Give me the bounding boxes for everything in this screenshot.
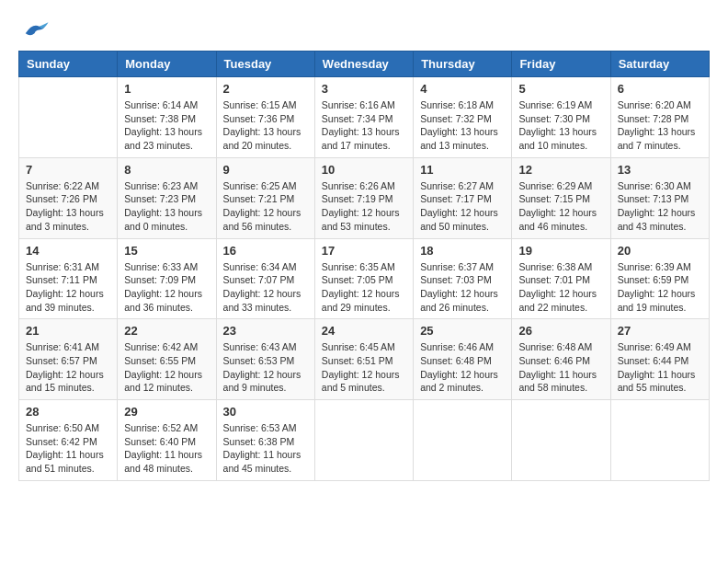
calendar-cell: 5Sunrise: 6:19 AMSunset: 7:30 PMDaylight…	[512, 77, 610, 158]
day-number: 21	[26, 324, 110, 338]
day-number: 13	[618, 163, 702, 177]
calendar-week-row: 14Sunrise: 6:31 AMSunset: 7:11 PMDayligh…	[19, 238, 710, 319]
day-info: Sunrise: 6:49 AMSunset: 6:44 PMDaylight:…	[618, 340, 702, 395]
day-number: 25	[420, 324, 505, 338]
day-info: Sunrise: 6:34 AMSunset: 7:07 PMDaylight:…	[223, 260, 308, 315]
day-number: 18	[420, 244, 505, 258]
day-info: Sunrise: 6:41 AMSunset: 6:57 PMDaylight:…	[26, 340, 110, 395]
day-number: 8	[124, 163, 209, 177]
day-info: Sunrise: 6:38 AMSunset: 7:01 PMDaylight:…	[518, 260, 603, 315]
calendar-cell	[414, 400, 512, 481]
calendar-cell: 28Sunrise: 6:50 AMSunset: 6:42 PMDayligh…	[19, 400, 118, 481]
calendar-cell: 1Sunrise: 6:14 AMSunset: 7:38 PMDaylight…	[118, 77, 216, 158]
day-number: 7	[26, 163, 110, 177]
day-number: 4	[420, 82, 505, 96]
day-info: Sunrise: 6:33 AMSunset: 7:09 PMDaylight:…	[124, 260, 209, 315]
calendar-cell	[19, 77, 118, 158]
day-info: Sunrise: 6:48 AMSunset: 6:46 PMDaylight:…	[518, 340, 603, 395]
day-info: Sunrise: 6:18 AMSunset: 7:32 PMDaylight:…	[420, 98, 505, 153]
day-number: 15	[124, 244, 209, 258]
day-info: Sunrise: 6:22 AMSunset: 7:26 PMDaylight:…	[26, 179, 110, 234]
day-info: Sunrise: 6:16 AMSunset: 7:34 PMDaylight:…	[322, 98, 406, 153]
day-number: 10	[322, 163, 406, 177]
calendar-cell: 18Sunrise: 6:37 AMSunset: 7:03 PMDayligh…	[414, 238, 512, 319]
calendar-header-wednesday: Wednesday	[314, 52, 413, 77]
day-number: 20	[618, 244, 702, 258]
calendar-header-thursday: Thursday	[414, 52, 512, 77]
day-info: Sunrise: 6:20 AMSunset: 7:28 PMDaylight:…	[618, 98, 702, 153]
calendar-cell: 15Sunrise: 6:33 AMSunset: 7:09 PMDayligh…	[118, 238, 216, 319]
calendar-week-row: 1Sunrise: 6:14 AMSunset: 7:38 PMDaylight…	[19, 77, 710, 158]
page-header	[18, 18, 710, 41]
calendar-cell: 29Sunrise: 6:52 AMSunset: 6:40 PMDayligh…	[118, 400, 216, 481]
day-number: 22	[124, 324, 209, 338]
day-info: Sunrise: 6:37 AMSunset: 7:03 PMDaylight:…	[420, 260, 505, 315]
day-info: Sunrise: 6:46 AMSunset: 6:48 PMDaylight:…	[420, 340, 505, 395]
calendar-cell: 24Sunrise: 6:45 AMSunset: 6:51 PMDayligh…	[314, 319, 413, 400]
day-number: 14	[26, 244, 110, 258]
calendar-cell: 9Sunrise: 6:25 AMSunset: 7:21 PMDaylight…	[216, 157, 314, 238]
day-info: Sunrise: 6:43 AMSunset: 6:53 PMDaylight:…	[223, 340, 308, 395]
day-info: Sunrise: 6:29 AMSunset: 7:15 PMDaylight:…	[518, 179, 603, 234]
calendar-cell: 3Sunrise: 6:16 AMSunset: 7:34 PMDaylight…	[314, 77, 413, 158]
logo-bird-icon	[22, 18, 50, 41]
day-number: 11	[420, 163, 505, 177]
calendar-cell: 4Sunrise: 6:18 AMSunset: 7:32 PMDaylight…	[414, 77, 512, 158]
day-number: 28	[26, 405, 110, 419]
day-number: 17	[322, 244, 406, 258]
day-info: Sunrise: 6:35 AMSunset: 7:05 PMDaylight:…	[322, 260, 406, 315]
calendar-cell: 7Sunrise: 6:22 AMSunset: 7:26 PMDaylight…	[19, 157, 118, 238]
day-number: 23	[223, 324, 308, 338]
calendar-header-saturday: Saturday	[610, 52, 709, 77]
calendar-cell: 21Sunrise: 6:41 AMSunset: 6:57 PMDayligh…	[19, 319, 118, 400]
calendar-cell: 16Sunrise: 6:34 AMSunset: 7:07 PMDayligh…	[216, 238, 314, 319]
day-info: Sunrise: 6:23 AMSunset: 7:23 PMDaylight:…	[124, 179, 209, 234]
calendar-cell: 6Sunrise: 6:20 AMSunset: 7:28 PMDaylight…	[610, 77, 709, 158]
calendar-header-monday: Monday	[118, 52, 216, 77]
calendar-cell: 30Sunrise: 6:53 AMSunset: 6:38 PMDayligh…	[216, 400, 314, 481]
day-number: 1	[124, 82, 209, 96]
calendar-week-row: 7Sunrise: 6:22 AMSunset: 7:26 PMDaylight…	[19, 157, 710, 238]
day-info: Sunrise: 6:31 AMSunset: 7:11 PMDaylight:…	[26, 260, 110, 315]
day-info: Sunrise: 6:25 AMSunset: 7:21 PMDaylight:…	[223, 179, 308, 234]
calendar-cell: 13Sunrise: 6:30 AMSunset: 7:13 PMDayligh…	[610, 157, 709, 238]
calendar-week-row: 28Sunrise: 6:50 AMSunset: 6:42 PMDayligh…	[19, 400, 710, 481]
calendar-header-row: SundayMondayTuesdayWednesdayThursdayFrid…	[19, 52, 710, 77]
day-info: Sunrise: 6:45 AMSunset: 6:51 PMDaylight:…	[322, 340, 406, 395]
day-info: Sunrise: 6:42 AMSunset: 6:55 PMDaylight:…	[124, 340, 209, 395]
day-info: Sunrise: 6:50 AMSunset: 6:42 PMDaylight:…	[26, 421, 110, 476]
calendar-cell: 25Sunrise: 6:46 AMSunset: 6:48 PMDayligh…	[414, 319, 512, 400]
calendar-cell: 27Sunrise: 6:49 AMSunset: 6:44 PMDayligh…	[610, 319, 709, 400]
calendar-cell	[512, 400, 610, 481]
day-info: Sunrise: 6:19 AMSunset: 7:30 PMDaylight:…	[518, 98, 603, 153]
calendar-cell: 20Sunrise: 6:39 AMSunset: 6:59 PMDayligh…	[610, 238, 709, 319]
day-number: 19	[518, 244, 603, 258]
calendar-cell: 26Sunrise: 6:48 AMSunset: 6:46 PMDayligh…	[512, 319, 610, 400]
calendar-header-friday: Friday	[512, 52, 610, 77]
calendar-cell: 19Sunrise: 6:38 AMSunset: 7:01 PMDayligh…	[512, 238, 610, 319]
calendar-cell	[314, 400, 413, 481]
day-number: 16	[223, 244, 308, 258]
calendar-cell: 17Sunrise: 6:35 AMSunset: 7:05 PMDayligh…	[314, 238, 413, 319]
calendar-cell	[610, 400, 709, 481]
day-number: 12	[518, 163, 603, 177]
calendar-cell: 2Sunrise: 6:15 AMSunset: 7:36 PMDaylight…	[216, 77, 314, 158]
day-number: 27	[618, 324, 702, 338]
calendar-cell: 23Sunrise: 6:43 AMSunset: 6:53 PMDayligh…	[216, 319, 314, 400]
calendar-header-sunday: Sunday	[19, 52, 118, 77]
day-info: Sunrise: 6:14 AMSunset: 7:38 PMDaylight:…	[124, 98, 209, 153]
day-info: Sunrise: 6:53 AMSunset: 6:38 PMDaylight:…	[223, 421, 308, 476]
day-info: Sunrise: 6:26 AMSunset: 7:19 PMDaylight:…	[322, 179, 406, 234]
day-number: 24	[322, 324, 406, 338]
day-number: 9	[223, 163, 308, 177]
calendar-week-row: 21Sunrise: 6:41 AMSunset: 6:57 PMDayligh…	[19, 319, 710, 400]
day-number: 29	[124, 405, 209, 419]
calendar-cell: 12Sunrise: 6:29 AMSunset: 7:15 PMDayligh…	[512, 157, 610, 238]
day-number: 26	[518, 324, 603, 338]
calendar-table: SundayMondayTuesdayWednesdayThursdayFrid…	[18, 51, 710, 481]
day-number: 3	[322, 82, 406, 96]
calendar-cell: 14Sunrise: 6:31 AMSunset: 7:11 PMDayligh…	[19, 238, 118, 319]
calendar-header-tuesday: Tuesday	[216, 52, 314, 77]
day-info: Sunrise: 6:27 AMSunset: 7:17 PMDaylight:…	[420, 179, 505, 234]
calendar-cell: 22Sunrise: 6:42 AMSunset: 6:55 PMDayligh…	[118, 319, 216, 400]
